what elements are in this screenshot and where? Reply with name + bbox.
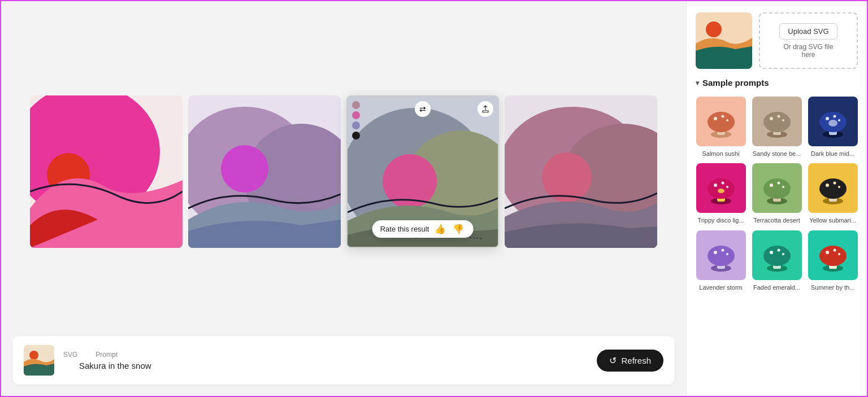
sample-label-2: Sandy stone be... (753, 150, 801, 158)
svg-point-23 (708, 112, 735, 132)
svg-point-68 (770, 251, 773, 254)
sample-item-summer[interactable]: Summer by th... (808, 230, 858, 291)
svg-point-52 (782, 186, 784, 188)
chevron-down-icon[interactable]: ▾ (696, 79, 699, 87)
labels-row: SVG Prompt (63, 351, 151, 359)
svg-point-70 (782, 253, 784, 255)
sample-grid: Salmon sushi Sandy stone be... (696, 97, 858, 291)
sample-label-7: Lavender storm (699, 283, 742, 291)
svg-point-43 (714, 184, 717, 187)
svg-thumbnail (24, 345, 54, 376)
sample-label-1: Salmon sushi (702, 150, 739, 158)
svg-point-25 (721, 115, 724, 118)
bottom-bar: SVG Prompt Sakura in the snow ↺ Refresh (12, 336, 675, 385)
sample-item-dark-blue[interactable]: Dark blue mid... (808, 97, 858, 158)
sample-item-salmon-sushi[interactable]: Salmon sushi (696, 97, 746, 158)
svg-point-50 (770, 184, 773, 187)
sample-prompts-title: Sample prompts (702, 78, 769, 88)
gallery: ⇄ Rate this result 👍 👎 (12, 12, 675, 330)
color-swatches (352, 101, 360, 139)
sample-item-trippy[interactable]: Trippy disco lig... (696, 163, 746, 224)
refresh-icon: ↺ (609, 355, 617, 366)
svg-point-44 (721, 182, 724, 185)
share-button[interactable] (478, 101, 493, 117)
rate-tooltip: Rate this result 👍 👎 (372, 220, 474, 238)
color-dot-3[interactable] (352, 121, 360, 129)
bottom-bar-left: SVG Prompt Sakura in the snow (24, 345, 597, 376)
svg-point-32 (782, 119, 784, 121)
sample-item-yellow-sub[interactable]: Yellow submari... (808, 163, 858, 224)
values-row: Sakura in the snow (63, 361, 151, 370)
sample-item-faded-emerald[interactable]: Faded emerald... (752, 230, 802, 291)
sample-thumb-2 (752, 97, 802, 146)
svg-point-67 (763, 246, 791, 266)
shuffle-button[interactable]: ⇄ (415, 101, 431, 117)
svg-point-31 (777, 115, 780, 118)
svg-point-36 (826, 117, 829, 120)
svg-label: SVG (63, 351, 77, 359)
sample-label-4: Trippy disco lig... (697, 216, 744, 224)
svg-point-45 (726, 186, 728, 188)
svg-point-39 (828, 120, 837, 126)
svg-point-18 (29, 351, 38, 360)
svg-point-76 (838, 253, 840, 255)
sample-item-sandy-stone[interactable]: Sandy stone be... (752, 97, 802, 158)
svg-point-61 (708, 246, 735, 266)
upload-box[interactable]: Upload SVG Or drag SVG file here (759, 12, 858, 69)
share-button-wrapper (478, 101, 493, 117)
refresh-button[interactable]: ↺ Refresh (597, 350, 663, 372)
svg-point-37 (833, 115, 836, 118)
gallery-item-2[interactable] (188, 95, 341, 248)
svg-point-58 (838, 186, 840, 188)
svg-point-74 (826, 251, 829, 254)
gallery-item-4[interactable] (505, 95, 657, 248)
sample-item-lavender[interactable]: Lavender storm (696, 230, 746, 291)
prompt-value: Sakura in the snow (79, 361, 151, 370)
sample-thumb-1 (696, 97, 746, 146)
upload-or-text: Or drag SVG file here (783, 43, 833, 59)
rate-label: Rate this result (380, 225, 429, 233)
svg-point-69 (777, 248, 780, 251)
color-dot-1[interactable] (352, 101, 360, 109)
sidebar-top: Upload SVG Or drag SVG file here (696, 12, 858, 69)
sample-thumb-5 (752, 163, 802, 213)
sample-label-3: Dark blue mid... (811, 150, 854, 158)
sample-thumb-3 (808, 97, 858, 146)
svg-point-8 (221, 145, 268, 193)
sample-thumb-7 (696, 230, 746, 280)
svg-point-56 (826, 184, 829, 187)
sample-prompts-header: ▾ Sample prompts (696, 78, 858, 88)
thumbs-down-button[interactable]: 👎 (452, 224, 465, 234)
thumbs-up-button[interactable]: 👍 (433, 224, 447, 234)
upload-svg-button[interactable]: Upload SVG (779, 23, 837, 40)
bottom-labels: SVG Prompt Sakura in the snow (63, 351, 151, 370)
svg-point-16 (542, 152, 592, 202)
sample-thumb-6 (808, 163, 858, 213)
svg-point-26 (726, 119, 728, 121)
shuffle-icon-wrapper: ⇄ (415, 101, 431, 117)
sample-label-8: Faded emerald... (753, 283, 800, 291)
preview-thumbnail (696, 12, 752, 69)
main-area: ⇄ Rate this result 👍 👎 (1, 1, 686, 396)
refresh-label: Refresh (621, 356, 651, 365)
sample-thumb-4 (696, 163, 746, 213)
color-dot-4[interactable] (352, 132, 360, 139)
sample-thumb-9 (808, 230, 858, 280)
sample-label-6: Yellow submari... (809, 216, 856, 224)
svg-point-57 (833, 182, 836, 185)
sample-label-9: Summer by th... (811, 283, 855, 291)
sample-item-terracotta[interactable]: Terracotta desert (752, 163, 802, 224)
sample-label-5: Terracotta desert (753, 216, 800, 224)
svg-point-75 (833, 248, 836, 251)
prompt-label: Prompt (96, 351, 118, 359)
svg-point-73 (819, 246, 847, 266)
gallery-item-1[interactable] (30, 95, 183, 248)
gallery-item-3[interactable]: ⇄ Rate this result 👍 👎 (346, 95, 499, 248)
svg-point-20 (706, 21, 722, 37)
color-dot-2[interactable] (352, 111, 360, 119)
sidebar: Upload SVG Or drag SVG file here ▾ Sampl… (686, 1, 867, 396)
sample-thumb-8 (752, 230, 802, 280)
svg-point-29 (763, 112, 791, 132)
svg-point-63 (721, 248, 724, 251)
svg-point-38 (838, 119, 840, 121)
